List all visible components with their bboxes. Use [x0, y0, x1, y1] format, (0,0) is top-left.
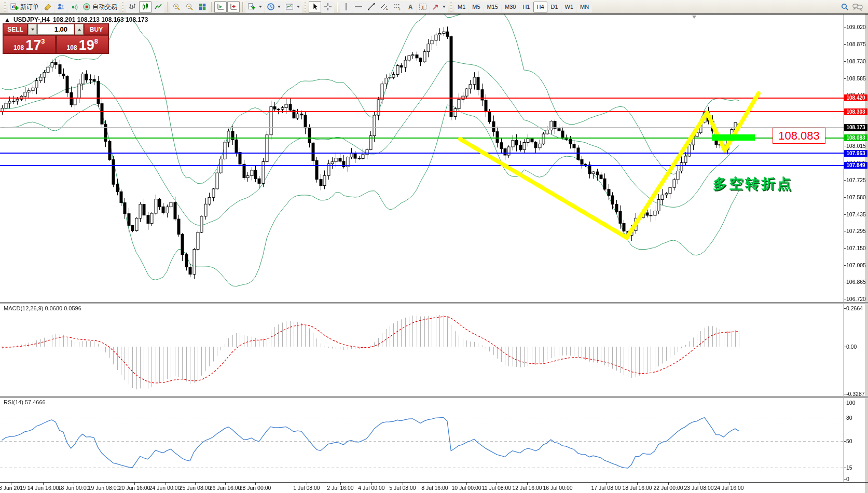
time-axis-label: 19 Jun 08:00	[88, 485, 120, 491]
chat-icon[interactable]	[852, 3, 863, 11]
crosshair-button[interactable]	[322, 1, 334, 13]
time-axis-label: 4 Jul 00:00	[358, 485, 384, 491]
shapes-tool-button[interactable]	[430, 1, 448, 13]
time-axis-label: 24 Jun 00:00	[149, 485, 181, 491]
time-axis-label: 8 Jul 16:00	[421, 485, 448, 491]
volume-increase-button[interactable]	[75, 24, 84, 35]
macd-pane-separator[interactable]	[0, 302, 868, 304]
sell-price-pips: 17	[25, 39, 41, 52]
template-button[interactable]	[283, 1, 302, 13]
timeframe-button-mn[interactable]: MN	[577, 2, 592, 12]
channel-icon: E	[380, 3, 389, 11]
rsi-axis-tick: 80	[846, 415, 852, 421]
toolbar-separator	[167, 2, 168, 12]
sell-button[interactable]: SELL	[3, 24, 27, 35]
toolbar-grip[interactable]	[450, 2, 452, 12]
buy-price-button[interactable]: 108 19 8	[57, 35, 109, 53]
macd-indicator-label: MACD(12,26,9) 0.0680 0.0596	[4, 305, 81, 311]
line-chart-button[interactable]	[152, 1, 164, 13]
chart-shift-button[interactable]	[227, 1, 240, 13]
clock-icon	[267, 3, 275, 11]
annotation-layer	[0, 15, 868, 493]
chart-shift-marker-icon[interactable]	[692, 16, 696, 19]
candle-chart-icon	[141, 3, 149, 11]
window-edge-strip	[865, 15, 868, 493]
candle-chart-button[interactable]	[139, 1, 151, 13]
bar-chart-button[interactable]	[126, 1, 139, 13]
macd-axis-tick: 0.2664	[846, 305, 863, 311]
trendline-tool-button[interactable]	[365, 1, 378, 13]
signal-button[interactable]	[67, 1, 80, 13]
rsi-pane-separator[interactable]	[0, 396, 868, 398]
text-tool-button[interactable]: A	[404, 1, 416, 13]
timeframe-button-d1[interactable]: D1	[548, 2, 561, 12]
timeframe-button-m1[interactable]: M1	[454, 2, 469, 12]
green-highlight-bar[interactable]	[712, 134, 755, 141]
template-icon	[285, 3, 294, 11]
price-callout-label[interactable]: 108.083	[773, 128, 825, 144]
time-axis-label: 1 Jul 08:00	[293, 485, 320, 491]
horizontal-line-tool-button[interactable]	[352, 1, 365, 13]
price-level-badge: 107.849	[844, 162, 867, 169]
text-label-icon: T	[419, 3, 427, 11]
community-person-icon	[57, 3, 65, 11]
svg-text:T: T	[421, 5, 424, 10]
dropdown-arrow-icon	[259, 6, 262, 8]
add-indicator-button[interactable]	[245, 1, 264, 13]
price-axis-tick: 109.020	[846, 24, 866, 30]
zoom-in-button[interactable]	[170, 1, 183, 13]
period-button[interactable]	[265, 1, 283, 13]
horizontal-line-icon	[354, 3, 363, 11]
toolbar-separator	[242, 2, 243, 12]
toolbar-grip[interactable]	[4, 2, 6, 12]
price-level-badge: 108.173	[844, 124, 867, 131]
styler-button[interactable]	[42, 1, 54, 13]
yellow-trend-zigzag[interactable]	[460, 93, 759, 238]
fibonacci-icon: F	[393, 3, 402, 11]
timeframe-group: M1M5M15M30H1H4D1W1MN	[454, 2, 592, 12]
timeframe-button-m5[interactable]: M5	[469, 2, 483, 12]
time-axis-label: 20 Jun 16:00	[119, 485, 150, 491]
new-order-button[interactable]: 新订单	[8, 1, 41, 13]
svg-text:E: E	[386, 7, 388, 10]
rsi-indicator-label: RSI(14) 57.4666	[4, 399, 46, 405]
auto-scroll-button[interactable]	[214, 1, 227, 13]
timeframe-button-m15[interactable]: M15	[484, 2, 501, 12]
tile-windows-button[interactable]	[196, 1, 209, 13]
toolbar-grip[interactable]	[305, 2, 306, 12]
search-icon[interactable]	[841, 3, 849, 11]
collapse-icon[interactable]: ▲	[4, 16, 10, 23]
timeframe-button-h4[interactable]: H4	[533, 2, 547, 12]
vertical-line-tool-button[interactable]	[340, 1, 352, 13]
zoom-out-button[interactable]	[183, 1, 196, 13]
community-button[interactable]	[54, 1, 67, 13]
toolbar: 新订单 自动交易	[0, 0, 868, 15]
label-tool-button[interactable]: T	[417, 1, 429, 13]
macd-axis-tick: -0.3287	[846, 391, 865, 397]
autotrade-button[interactable]: 自动交易	[80, 1, 119, 13]
price-axis-tick: 107.725	[846, 177, 866, 183]
price-axis-tick: 106.720	[846, 296, 866, 302]
dropdown-arrow-icon	[278, 6, 281, 8]
price-level-badge: 107.953	[844, 150, 867, 157]
timeframe-button-h1[interactable]: H1	[519, 2, 533, 12]
chinese-note-label[interactable]: 多空转折点	[713, 174, 793, 193]
fibonacci-tool-button[interactable]: F	[391, 1, 404, 13]
sell-price-button[interactable]: 108 17 3	[3, 35, 56, 53]
timeframe-button-m30[interactable]: M30	[502, 2, 519, 12]
arrows-shapes-icon	[432, 3, 440, 11]
rsi-axis-tick: 0	[846, 476, 849, 482]
buy-button[interactable]: BUY	[84, 24, 108, 35]
timeframe-button-w1[interactable]: W1	[562, 2, 577, 12]
bar-chart-icon	[128, 3, 136, 11]
toolbar-grip[interactable]	[122, 2, 123, 12]
crosshair-icon	[324, 3, 332, 11]
chevron-down-icon	[31, 29, 34, 31]
vertical-line-icon	[342, 3, 350, 11]
cursor-button[interactable]	[309, 1, 321, 13]
channel-tool-button[interactable]: E	[378, 1, 391, 13]
volume-decrease-button[interactable]	[28, 24, 37, 35]
time-axis-label: 5 Jul 08:00	[389, 485, 416, 491]
volume-input[interactable]	[37, 24, 74, 35]
price-level-badge: 108.083	[844, 134, 867, 141]
